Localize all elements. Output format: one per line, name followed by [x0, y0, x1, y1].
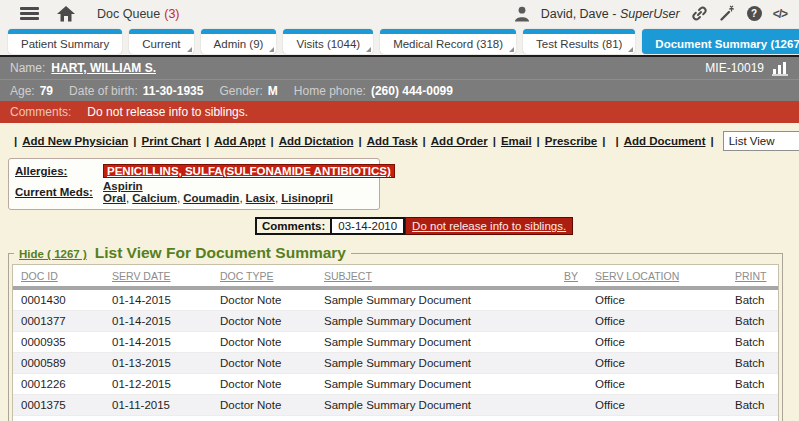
column-header-subject[interactable]: SUBJECT — [324, 265, 564, 288]
comments-banner-label: Comments: — [10, 105, 71, 119]
separator: | — [270, 135, 273, 147]
tab-label: Admin (9) — [214, 38, 264, 50]
home-icon[interactable] — [57, 6, 75, 22]
allergy-alert-link[interactable]: PENICILLINS, SULFA(SULFONAMIDE ANTIBIOTI… — [103, 164, 395, 178]
table-cell: Doctor Note — [220, 395, 324, 416]
med-link-coumadin[interactable]: Coumadin — [183, 192, 239, 204]
user-name: David, Dave - — [541, 7, 620, 21]
separator: | — [358, 135, 361, 147]
table-cell: Office — [595, 353, 735, 374]
action-email[interactable]: Email — [501, 135, 532, 147]
hide-link[interactable]: Hide ( 1267 ) — [19, 248, 87, 260]
patient-name-link[interactable]: HART, WILLIAM S. — [51, 61, 156, 75]
table-cell — [564, 288, 595, 311]
table-row[interactable]: 000137501-11-2015Doctor NoteSample Summa… — [13, 395, 778, 416]
tab-current[interactable]: Current — [129, 29, 193, 54]
table-cell — [564, 332, 595, 353]
table-cell: Sample Summary Document — [324, 332, 564, 353]
med-link-lasix[interactable]: Lasix — [246, 192, 275, 204]
view-select[interactable]: List View ▼ — [723, 131, 799, 151]
tab-dropdown-corner-icon — [187, 47, 192, 52]
table-row[interactable]: 000137701-14-2015Doctor NoteSample Summa… — [13, 311, 778, 332]
chart-comments-box: Comments: 03-14-2010 — [255, 217, 405, 235]
tab-label: Medical Record (318) — [393, 38, 503, 50]
demographics-bar: Age:79Date of birth:11-30-1935Gender:MHo… — [0, 79, 799, 101]
table-cell: Batch — [735, 288, 778, 311]
table-cell: 0000935 — [13, 332, 112, 353]
table-row[interactable]: 000122601-12-2015Doctor NoteSample Summa… — [13, 374, 778, 395]
demographic-value: 11-30-1935 — [143, 84, 204, 98]
separator: | — [537, 135, 540, 147]
add-document-link[interactable]: Add Document — [624, 135, 706, 147]
comments-banner-text: Do not release info to siblings. — [87, 105, 248, 119]
column-header-by[interactable]: BY — [564, 265, 595, 288]
view-select-value: List View — [729, 135, 775, 147]
menu-icon[interactable] — [20, 7, 39, 20]
column-header-print[interactable]: PRINT — [735, 265, 778, 288]
chart-icon[interactable] — [772, 61, 789, 76]
separator: , — [126, 192, 129, 204]
table-cell — [564, 311, 595, 332]
tab-dropdown-corner-icon — [269, 47, 274, 52]
med-link-calcium[interactable]: Calcium — [132, 192, 177, 204]
tab-bar: Patient SummaryCurrentAdmin (9)Visits (1… — [0, 27, 799, 57]
separator: | — [602, 135, 605, 147]
demographic-label: Gender: — [219, 84, 262, 98]
demographic-value: M — [268, 84, 278, 98]
code-icon[interactable]: </> — [773, 7, 787, 21]
action-add-task[interactable]: Add Task — [367, 135, 418, 147]
demographic-value: (260) 444-0099 — [371, 84, 453, 98]
table-cell: 01-14-2015 — [112, 288, 220, 311]
demographic-value: 79 — [40, 84, 53, 98]
name-label: Name: — [10, 61, 45, 75]
chart-comments-label: Comments: — [257, 219, 332, 233]
top-bar: Doc Queue (3) David, Dave - SuperUser ? … — [0, 0, 799, 27]
table-cell: 01-11-2015 — [112, 416, 220, 421]
table-row[interactable]: 000132001-11-2015Doctor NoteSample Summa… — [13, 416, 778, 421]
table-row[interactable]: 000093501-14-2015Doctor NoteSample Summa… — [13, 332, 778, 353]
wand-icon[interactable] — [719, 5, 736, 22]
action-prescribe[interactable]: Prescribe — [545, 135, 597, 147]
demographic-gender: Gender:M — [219, 84, 277, 98]
help-icon[interactable]: ? — [747, 6, 762, 21]
table-cell: Doctor Note — [220, 288, 324, 311]
column-header-serv-date[interactable]: SERV DATE — [112, 265, 220, 288]
tab-visits-1044[interactable]: Visits (1044) — [283, 29, 373, 54]
column-header-serv-location[interactable]: SERV LOCATION — [595, 265, 735, 288]
demographic-home-phone: Home phone:(260) 444-0099 — [294, 84, 453, 98]
tab-label: Visits (1044) — [296, 38, 360, 50]
chart-comments-alert-link[interactable]: Do not release info to siblings. — [405, 217, 573, 235]
link-icon[interactable] — [691, 5, 708, 22]
user-menu[interactable]: David, Dave - SuperUser — [541, 7, 680, 21]
tab-admin-9[interactable]: Admin (9) — [201, 29, 277, 54]
action-print-chart[interactable]: Print Chart — [142, 135, 201, 147]
actions-right: | Add Document | List View ▼ — [610, 131, 799, 151]
action-add-appt[interactable]: Add Appt — [214, 135, 265, 147]
table-row[interactable]: 000143001-14-2015Doctor NoteSample Summa… — [13, 288, 778, 311]
action-add-order[interactable]: Add Order — [431, 135, 488, 147]
list-view-title: List View For Document Summary — [95, 244, 346, 262]
column-header-doc-type[interactable]: DOC TYPE — [220, 265, 324, 288]
action-add-dictation[interactable]: Add Dictation — [279, 135, 354, 147]
demographic-label: Home phone: — [294, 84, 366, 98]
current-meds-label: Current Meds: — [15, 186, 103, 198]
comments-banner: Comments: Do not release info to sibling… — [0, 101, 799, 123]
tab-patient-summary[interactable]: Patient Summary — [8, 29, 122, 54]
table-cell: Doctor Note — [220, 374, 324, 395]
med-link-lisinopril[interactable]: Lisinopril — [281, 192, 333, 204]
demographic-age: Age:79 — [10, 84, 53, 98]
table-row[interactable]: 000058901-13-2015Doctor NoteSample Summa… — [13, 353, 778, 374]
column-header-doc-id[interactable]: DOC ID — [13, 265, 112, 288]
tab-dropdown-corner-icon — [628, 47, 633, 52]
table-cell: Sample Summary Document — [324, 395, 564, 416]
chart-comments-alert-text: Do not release info to siblings. — [412, 220, 566, 232]
allergies-panel: Allergies: PENICILLINS, SULFA(SULFONAMID… — [8, 158, 380, 210]
user-role: SuperUser — [620, 7, 680, 21]
table-cell: Office — [595, 374, 735, 395]
tab-test-results-81[interactable]: Test Results (81) — [523, 29, 635, 54]
table-cell — [564, 374, 595, 395]
tab-document-summary-1267[interactable]: Document Summary (1267) — [642, 29, 799, 54]
chart-comments-date[interactable]: 03-14-2010 — [332, 219, 403, 233]
tab-medical-record-318[interactable]: Medical Record (318) — [380, 29, 516, 54]
action-add-new-physician[interactable]: Add New Physician — [22, 135, 128, 147]
